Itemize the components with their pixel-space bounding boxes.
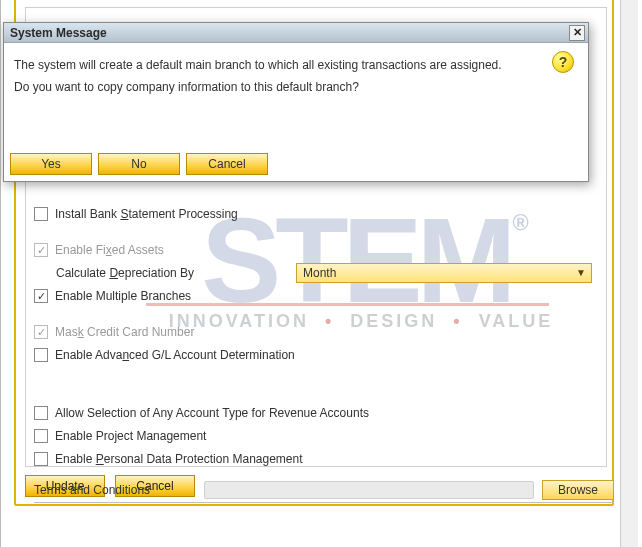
browse-label: Browse bbox=[558, 483, 598, 497]
combo-depreciation-by[interactable]: Month ▼ bbox=[296, 263, 592, 283]
label-pdp-mgmt: Enable Personal Data Protection Manageme… bbox=[55, 452, 303, 466]
combo-value: Month bbox=[303, 266, 336, 280]
dialog-cancel-label: Cancel bbox=[208, 157, 245, 171]
no-button[interactable]: No bbox=[98, 153, 180, 175]
yes-label: Yes bbox=[41, 157, 61, 171]
label-project-mgmt: Enable Project Management bbox=[55, 429, 206, 443]
label-depreciation-by: Calculate Depreciation By bbox=[56, 266, 296, 280]
label-multiple-branches: Enable Multiple Branches bbox=[55, 289, 191, 303]
label-advanced-gl: Enable Advanced G/L Account Determinatio… bbox=[55, 348, 295, 362]
system-message-dialog: System Message ✕ The system will create … bbox=[3, 22, 589, 182]
yes-button[interactable]: Yes bbox=[10, 153, 92, 175]
browse-button[interactable]: Browse bbox=[542, 480, 614, 500]
scrollbar-rail[interactable] bbox=[620, 0, 638, 547]
checkbox-multiple-branches[interactable] bbox=[34, 289, 48, 303]
terms-field[interactable] bbox=[204, 481, 534, 499]
checkbox-fixed-assets bbox=[34, 243, 48, 257]
checkbox-project-mgmt[interactable] bbox=[34, 429, 48, 443]
dialog-title: System Message bbox=[10, 26, 107, 40]
dialog-cancel-button[interactable]: Cancel bbox=[186, 153, 268, 175]
close-icon[interactable]: ✕ bbox=[569, 25, 585, 41]
checkbox-bank-statement[interactable] bbox=[34, 207, 48, 221]
dialog-titlebar[interactable]: System Message ✕ bbox=[4, 23, 588, 43]
label-mask-cc: Mask Credit Card Number bbox=[55, 325, 194, 339]
label-terms: Terms and Conditions bbox=[34, 483, 204, 497]
label-fixed-assets: Enable Fixed Assets bbox=[55, 243, 164, 257]
label-any-account-revenue: Allow Selection of Any Account Type for … bbox=[55, 406, 369, 420]
help-icon: ? bbox=[552, 51, 574, 73]
label-bank-statement: Install Bank Statement Processing bbox=[55, 207, 238, 221]
checkbox-any-account-revenue[interactable] bbox=[34, 406, 48, 420]
checkbox-pdp-mgmt[interactable] bbox=[34, 452, 48, 466]
dialog-text: The system will create a default main br… bbox=[14, 55, 514, 98]
checkbox-mask-cc bbox=[34, 325, 48, 339]
no-label: No bbox=[131, 157, 146, 171]
chevron-down-icon: ▼ bbox=[575, 267, 587, 279]
checkbox-advanced-gl[interactable] bbox=[34, 348, 48, 362]
